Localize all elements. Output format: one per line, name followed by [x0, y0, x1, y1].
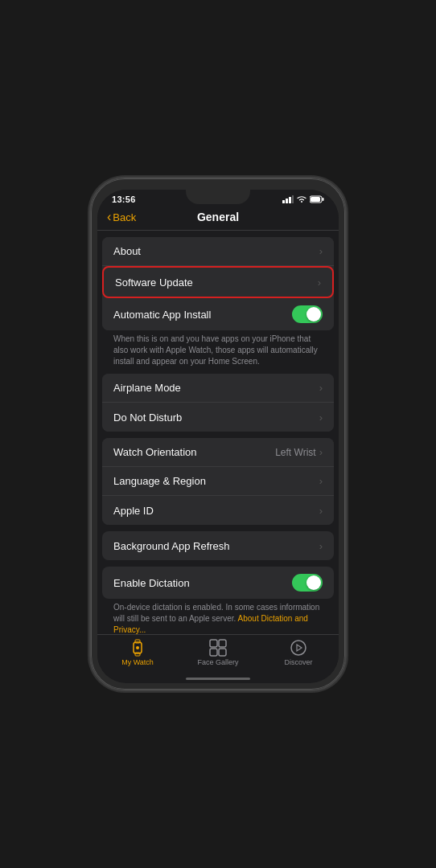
tab-my-watch[interactable]: My Watch — [97, 639, 178, 666]
settings-content: About › Software Update › Automatic App … — [97, 231, 339, 634]
svg-rect-12 — [219, 640, 226, 647]
about-chevron-icon: › — [319, 245, 323, 257]
about-label: About — [113, 245, 319, 257]
svg-rect-11 — [210, 640, 217, 647]
svg-rect-14 — [219, 649, 226, 656]
dnd-chevron-icon: › — [319, 411, 323, 424]
do-not-disturb-row[interactable]: Do Not Disturb › — [102, 403, 334, 432]
section2-container: Airplane Mode › Do Not Disturb › — [102, 374, 334, 432]
background-refresh-label: Background App Refresh — [113, 540, 319, 552]
about-row[interactable]: About › — [102, 237, 334, 266]
svg-rect-2 — [289, 197, 291, 203]
my-watch-icon — [129, 639, 146, 657]
bg-refresh-chevron-icon: › — [319, 540, 323, 552]
svg-rect-6 — [311, 197, 320, 202]
svg-rect-1 — [286, 199, 288, 203]
section-group-2: Airplane Mode › Do Not Disturb › — [97, 374, 339, 432]
auto-install-toggle[interactable] — [292, 305, 323, 323]
watch-orientation-chevron-icon: › — [319, 446, 323, 458]
section-group-5: Enable Dictation On-device dictation is … — [97, 567, 339, 634]
dictation-helper: On-device dictation is enabled. In some … — [102, 599, 334, 634]
svg-rect-3 — [292, 195, 294, 203]
language-region-label: Language & Region — [113, 475, 319, 487]
svg-point-15 — [291, 641, 306, 655]
nav-header: ‹ Back General — [97, 206, 339, 231]
divider-4 — [97, 560, 339, 567]
section5-container: Enable Dictation — [102, 567, 334, 599]
airplane-mode-label: Airplane Mode — [113, 382, 319, 394]
watch-orientation-row[interactable]: Watch Orientation Left Wrist › — [102, 438, 334, 467]
divider-2 — [97, 432, 339, 438]
status-icons — [282, 195, 324, 203]
watch-orientation-label: Watch Orientation — [113, 446, 275, 458]
airplane-mode-row[interactable]: Airplane Mode › — [102, 374, 334, 403]
software-update-row[interactable]: Software Update › — [104, 268, 332, 297]
svg-point-10 — [136, 646, 139, 649]
tab-face-gallery[interactable]: Face Gallery — [178, 639, 258, 666]
face-gallery-tab-label: Face Gallery — [197, 658, 238, 666]
section1-container: About › Software Update › Automatic App … — [102, 237, 334, 330]
apple-id-row[interactable]: Apple ID › — [102, 496, 334, 525]
dictation-toggle[interactable] — [292, 574, 323, 592]
back-button[interactable]: ‹ Back — [107, 210, 136, 224]
phone-frame: 13:56 — [89, 177, 347, 691]
section3-container: Watch Orientation Left Wrist › Language … — [102, 438, 334, 525]
auto-install-label: Automatic App Install — [113, 309, 292, 321]
discover-tab-label: Discover — [284, 658, 312, 666]
divider-3 — [97, 525, 339, 531]
watch-orientation-value: Left Wrist — [275, 447, 315, 458]
tab-bar: My Watch Face Gallery — [97, 634, 339, 676]
enable-dictation-row[interactable]: Enable Dictation — [102, 567, 334, 599]
phone-screen: 13:56 — [97, 190, 339, 683]
status-time: 13:56 — [112, 194, 136, 204]
home-indicator — [186, 678, 250, 680]
svg-rect-0 — [282, 200, 285, 203]
dnd-label: Do Not Disturb — [113, 411, 319, 424]
battery-icon — [310, 195, 324, 203]
language-chevron-icon: › — [319, 475, 323, 487]
wifi-icon — [297, 195, 306, 203]
section-group-3: Watch Orientation Left Wrist › Language … — [97, 438, 339, 525]
section-group-4: Background App Refresh › — [97, 531, 339, 560]
auto-install-row[interactable]: Automatic App Install — [102, 298, 334, 330]
airplane-chevron-icon: › — [319, 382, 323, 394]
tab-discover[interactable]: Discover — [258, 639, 339, 666]
signal-icon — [282, 195, 294, 203]
discover-icon — [290, 639, 307, 657]
section4-container: Background App Refresh › — [102, 531, 334, 560]
enable-dictation-label: Enable Dictation — [113, 577, 292, 589]
svg-marker-16 — [297, 645, 302, 651]
background-refresh-row[interactable]: Background App Refresh › — [102, 531, 334, 560]
face-gallery-icon — [209, 639, 227, 657]
svg-rect-5 — [323, 198, 324, 201]
back-label: Back — [113, 211, 136, 223]
apple-id-chevron-icon: › — [319, 505, 323, 517]
apple-id-label: Apple ID — [113, 505, 319, 517]
svg-rect-13 — [210, 649, 217, 656]
my-watch-tab-label: My Watch — [121, 658, 154, 666]
software-update-label: Software Update — [115, 276, 318, 289]
software-update-chevron-icon: › — [318, 276, 321, 289]
software-update-highlight: Software Update › — [102, 266, 334, 298]
auto-install-helper: When this is on and you have apps on you… — [102, 330, 334, 374]
page-title: General — [197, 211, 239, 223]
back-chevron-icon: ‹ — [107, 210, 111, 224]
notch — [186, 190, 250, 204]
language-region-row[interactable]: Language & Region › — [102, 467, 334, 496]
section-group-1: About › Software Update › Automatic App … — [97, 237, 339, 374]
